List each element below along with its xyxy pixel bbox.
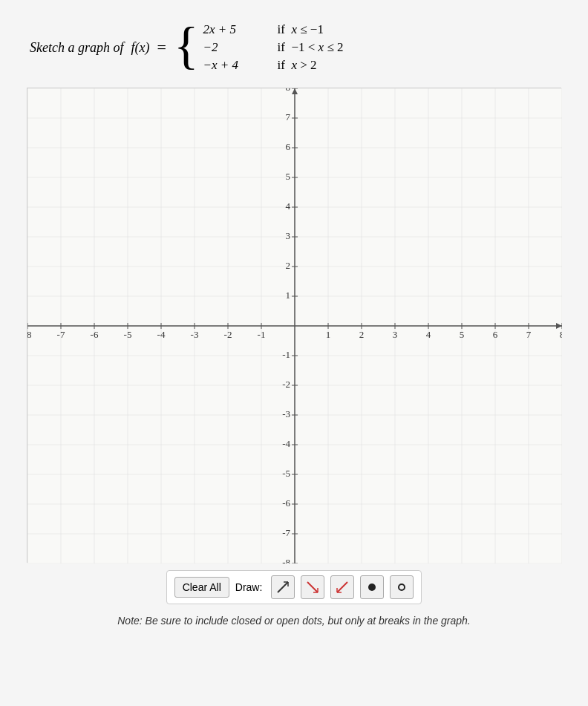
open-dot-icon [398,584,405,591]
case-3-expr: −x + 4 [203,58,263,73]
case-2: −2 if −1 < x ≤ 2 [203,40,344,55]
svg-line-6 [337,582,347,592]
case-1-expr: 2x + 5 [203,22,263,37]
toolbar: Clear All Draw: [166,570,422,604]
equals-sign: = [157,38,166,57]
svg-line-3 [307,582,318,592]
tool-closed-dot[interactable] [360,575,384,599]
sketch-label: Sketch a graph of [30,40,123,56]
case-1-cond: if x ≤ −1 [278,22,324,37]
function-name: f(x) [131,40,149,56]
tool-open-dot[interactable] [390,575,414,599]
svg-line-0 [278,582,288,592]
case-2-cond: if −1 < x ≤ 2 [278,40,344,55]
clear-all-button[interactable]: Clear All [174,577,229,598]
draw-label: Draw: [235,581,263,593]
tool-line-any[interactable] [330,575,354,599]
tool-line-up-right[interactable] [271,575,295,599]
piecewise-cases: 2x + 5 if x ≤ −1 −2 if −1 < x ≤ 2 −x + 4… [203,22,344,73]
graph-area[interactable] [27,88,561,563]
brace-symbol: { [174,20,199,72]
problem-statement: Sketch a graph of f(x) = { 2x + 5 if x ≤… [30,22,343,73]
piecewise-container: { 2x + 5 if x ≤ −1 −2 if −1 < x ≤ 2 −x +… [174,22,344,73]
tool-line-down-right[interactable] [301,575,324,599]
case-1: 2x + 5 if x ≤ −1 [203,22,344,37]
case-3: −x + 4 if x > 2 [203,58,344,73]
closed-dot-icon [368,584,376,591]
note-text: Note: Be sure to include closed or open … [117,615,471,627]
case-3-cond: if x > 2 [278,58,317,73]
case-2-expr: −2 [203,40,263,55]
